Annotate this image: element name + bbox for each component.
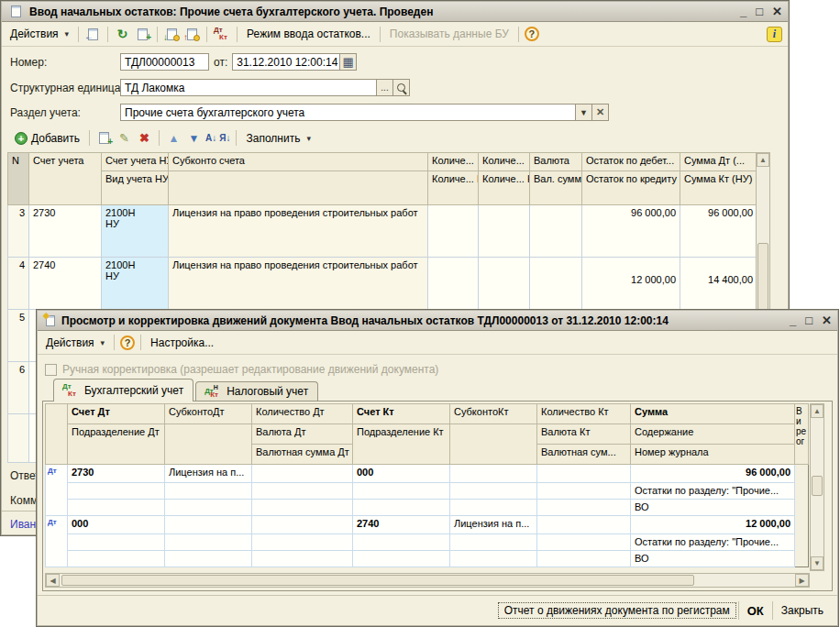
grid-toolbar: + Добавить + ✎ ✖ ▲ ▼ А↓ Я↓ Заполнить xyxy=(6,126,319,149)
move-down-icon[interactable]: ▼ xyxy=(185,130,203,147)
movement-row[interactable]: ДтКт 000 2740 Лицензия на п... 12 000,00 xyxy=(46,516,809,534)
settings-button[interactable]: Настройка... xyxy=(147,335,217,351)
maximize-icon[interactable]: □ xyxy=(756,6,763,18)
add-row-button[interactable]: + Добавить xyxy=(11,130,83,147)
table-row[interactable]: 3 2730 2100ННУ Лицензия на право проведе… xyxy=(8,205,757,258)
post-document-icon[interactable]: ← xyxy=(84,26,102,42)
scroll-thumb[interactable] xyxy=(812,476,823,496)
col-qty-kt: Количество Кт xyxy=(537,404,631,424)
edit-row-icon[interactable]: ✎ xyxy=(116,130,133,147)
move-up-icon[interactable]: ▲ xyxy=(165,130,182,147)
col-journal: Номер журнала xyxy=(631,445,795,465)
scroll-up-icon[interactable]: ▲ xyxy=(757,153,769,167)
scroll-thumb[interactable] xyxy=(61,575,694,586)
col-currency-kt: Валюта Кт xyxy=(537,424,631,445)
movement-row[interactable]: ДтКт 2730 Лицензия на п... 000 96 000,00 xyxy=(46,465,809,483)
scroll-up-icon[interactable]: ▲ xyxy=(811,404,823,418)
window1-title: Ввод начальных остатков: Прочие счета бу… xyxy=(29,6,735,18)
col-account-kt: Счет Кт xyxy=(353,404,450,424)
copy-row-icon[interactable]: + xyxy=(95,130,113,147)
show-bu-data-button[interactable]: Показывать данные БУ xyxy=(386,26,513,42)
delete-row-icon[interactable]: ✖ xyxy=(136,130,153,147)
scroll-left-icon[interactable]: ◀ xyxy=(46,574,60,587)
tab-tax[interactable]: ДтНКт Налоговый учет xyxy=(195,381,318,402)
manual-adjustment-row: Ручная корректировка (разрешает редактир… xyxy=(45,363,438,376)
report-movements-button[interactable]: Отчет о движениях документа по регистрам xyxy=(496,600,738,621)
window-document-movements: ◆ Просмотр и корректировка движений доку… xyxy=(36,309,839,627)
scroll-down-icon[interactable]: ▼ xyxy=(811,556,823,570)
window2-button-bar: Отчет о движениях документа по регистрам… xyxy=(38,595,837,625)
unit-search-button[interactable] xyxy=(393,79,410,96)
col-currency-sum-dt: Валютная сумма Дт xyxy=(252,445,353,465)
window1-toolbar: Действия ← ↻ + ↓ ↑ ДтКт Режим ввода оста… xyxy=(2,22,788,47)
copy-document-icon[interactable]: + xyxy=(134,26,151,42)
col-credit: Остаток по кредиту (БУ) xyxy=(582,171,680,205)
actions-menu-button[interactable]: Действия xyxy=(6,26,72,42)
load-entries-icon[interactable]: ↓ xyxy=(163,26,181,42)
movement-row-content[interactable]: Остатки по разделу: "Прочие... xyxy=(46,534,809,551)
col-subconto: Субконто счета xyxy=(169,153,428,171)
fill-menu-button[interactable]: Заполнить xyxy=(242,130,314,147)
col-currency-sum-kt: Валютная сум... xyxy=(537,445,631,465)
manual-adjustment-checkbox[interactable] xyxy=(45,364,57,376)
window1-titlebar[interactable]: Ввод начальных остатков: Прочие счета бу… xyxy=(2,2,788,22)
window2-title: Просмотр и корректировка движений докуме… xyxy=(61,314,785,327)
number-row: Номер: xyxy=(10,56,47,69)
clear-x-icon: ✕ xyxy=(596,106,604,118)
balance-entry-mode-button[interactable]: Режим ввода остатков... xyxy=(243,26,374,42)
help-icon[interactable]: ? xyxy=(525,27,539,41)
table-row[interactable]: 4 2740 2100ННУ Лицензия на право проведе… xyxy=(8,258,757,310)
help-icon[interactable]: ? xyxy=(120,336,135,350)
section-field[interactable]: Прочие счета бухгалтерского учета xyxy=(120,104,576,121)
calendar-button[interactable]: ▦ xyxy=(340,53,357,71)
close-icon[interactable]: ✕ xyxy=(772,6,782,18)
scroll-right-icon[interactable]: ▶ xyxy=(795,574,809,587)
actions-menu-button[interactable]: Действия xyxy=(42,335,108,351)
ledger-tabs: ДтКт Бухгалтерский учет ДтНКт Налоговый … xyxy=(53,379,318,402)
movement-row-journal[interactable]: ВО xyxy=(46,551,809,567)
col-currency: Валюта xyxy=(530,153,582,171)
col-nu-type: Вид учета НУ xyxy=(102,171,169,205)
unload-entries-icon[interactable]: ↑ xyxy=(183,26,201,42)
maximize-icon[interactable]: □ xyxy=(805,314,812,327)
unit-label: Структурная единица: xyxy=(10,82,124,94)
minimize-icon[interactable]: _ xyxy=(790,314,796,327)
number-field[interactable]: ТДЛ00000013 xyxy=(120,53,209,71)
tab-accounting[interactable]: ДтКт Бухгалтерский учет xyxy=(53,379,193,402)
col-register-clipped: Ви ре ог xyxy=(795,404,809,465)
movements-horizontal-scrollbar[interactable]: ◀ ▶ xyxy=(45,573,810,588)
col-division-kt: Подразделение Кт xyxy=(353,424,450,465)
dtkt-bu-icon: ДтКт xyxy=(61,382,80,399)
movements-table[interactable]: Счет Дт СубконтоДт Количество Дт Счет Кт… xyxy=(45,403,809,567)
col-sum-dt: Сумма Дт (... xyxy=(680,153,757,171)
ok-button[interactable]: ОК xyxy=(739,600,772,622)
col-n: N xyxy=(8,153,29,205)
sort-desc-icon[interactable]: Я↓ xyxy=(219,133,230,143)
sort-asc-icon[interactable]: А↓ xyxy=(205,133,216,143)
unit-select-button[interactable]: ... xyxy=(377,79,393,96)
section-clear-button[interactable]: ✕ xyxy=(592,104,609,121)
section-dropdown-button[interactable]: ▼ xyxy=(576,104,592,121)
minimize-icon[interactable]: _ xyxy=(740,6,746,18)
plus-icon: + xyxy=(15,132,28,145)
movements-vertical-scrollbar[interactable]: ▲ ▼ xyxy=(810,403,824,571)
close-icon[interactable]: ✕ xyxy=(822,314,832,327)
movement-row-journal[interactable]: ВО xyxy=(46,500,809,516)
close-button[interactable]: Закрыть xyxy=(773,600,832,621)
tab-content-panel: Счет Дт СубконтоДт Количество Дт Счет Кт… xyxy=(42,401,833,591)
header-row-1: N Счет учета Счет учета НУ Субконто счет… xyxy=(8,153,757,171)
window2-toolbar: Действия ? Настройка... xyxy=(38,331,837,355)
col-account: Счет учета xyxy=(29,153,102,205)
movements-document-icon: ◆ xyxy=(43,313,57,329)
dtkt-entries-icon[interactable]: ДтКт xyxy=(213,26,231,42)
col-account-nu: Счет учета НУ xyxy=(102,153,169,171)
col-account-dt: Счет Дт xyxy=(68,404,165,424)
window2-titlebar[interactable]: ◆ Просмотр и корректировка движений доку… xyxy=(38,311,837,331)
col-qty-dt: Количество Дт xyxy=(252,404,353,424)
movement-row-content[interactable]: Остатки по разделу: "Прочие... xyxy=(46,483,809,500)
manual-adjustment-label: Ручная корректировка (разрешает редактир… xyxy=(62,363,438,376)
date-field[interactable]: 31.12.2010 12:00:14 xyxy=(232,53,340,71)
info-icon[interactable]: i xyxy=(767,27,782,42)
unit-field[interactable]: ТД Лакомка xyxy=(120,79,377,96)
refresh-icon[interactable]: ↻ xyxy=(114,26,131,42)
